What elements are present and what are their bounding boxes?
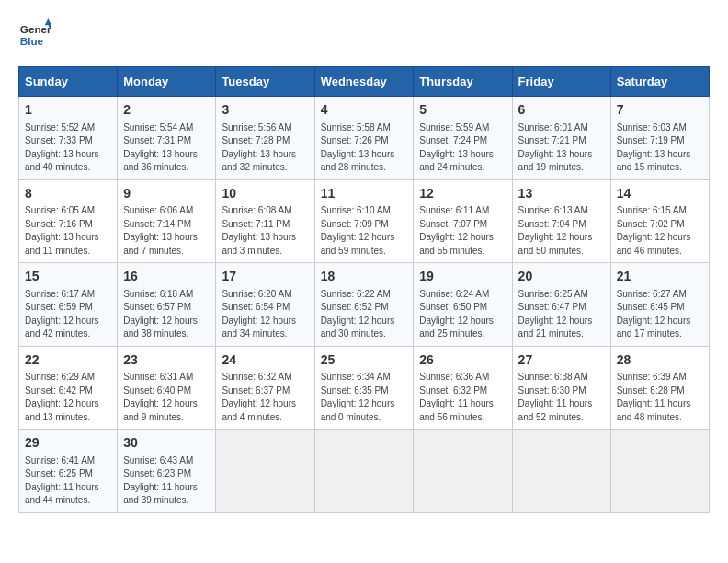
day-info: Sunrise: 6:18 AM Sunset: 6:57 PM Dayligh…	[123, 288, 210, 341]
calendar-cell: 27Sunrise: 6:38 AM Sunset: 6:30 PM Dayli…	[512, 346, 610, 430]
weekday-header-saturday: Saturday	[610, 67, 709, 97]
calendar-cell	[610, 430, 709, 513]
calendar-cell: 2Sunrise: 5:54 AM Sunset: 7:31 PM Daylig…	[118, 97, 216, 180]
calendar-week-row: 29Sunrise: 6:41 AM Sunset: 6:25 PM Dayli…	[19, 430, 710, 513]
day-number: 27	[518, 351, 605, 370]
day-info: Sunrise: 6:11 AM Sunset: 7:07 PM Dayligh…	[419, 204, 506, 258]
day-info: Sunrise: 6:05 AM Sunset: 7:16 PM Dayligh…	[25, 204, 111, 258]
day-number: 4	[321, 101, 408, 120]
day-info: Sunrise: 6:10 AM Sunset: 7:09 PM Dayligh…	[321, 204, 408, 258]
day-number: 6	[518, 101, 605, 120]
day-info: Sunrise: 6:29 AM Sunset: 6:42 PM Dayligh…	[25, 371, 111, 424]
day-number: 13	[518, 185, 605, 203]
calendar-cell: 17Sunrise: 6:20 AM Sunset: 6:54 PM Dayli…	[216, 263, 314, 347]
day-info: Sunrise: 6:08 AM Sunset: 7:11 PM Dayligh…	[222, 204, 308, 258]
weekday-header-tuesday: Tuesday	[216, 67, 314, 97]
calendar-table: SundayMondayTuesdayWednesdayThursdayFrid…	[18, 66, 710, 513]
day-number: 22	[25, 351, 111, 370]
day-info: Sunrise: 6:41 AM Sunset: 6:25 PM Dayligh…	[25, 454, 111, 508]
day-info: Sunrise: 6:38 AM Sunset: 6:30 PM Dayligh…	[518, 371, 605, 424]
calendar-cell: 10Sunrise: 6:08 AM Sunset: 7:11 PM Dayli…	[216, 179, 314, 263]
calendar-cell: 4Sunrise: 5:58 AM Sunset: 7:26 PM Daylig…	[314, 97, 414, 180]
calendar-body: 1Sunrise: 5:52 AM Sunset: 7:33 PM Daylig…	[19, 97, 710, 513]
calendar-cell: 21Sunrise: 6:27 AM Sunset: 6:45 PM Dayli…	[610, 263, 709, 347]
calendar-cell: 30Sunrise: 6:43 AM Sunset: 6:23 PM Dayli…	[118, 430, 216, 513]
calendar-cell: 9Sunrise: 6:06 AM Sunset: 7:14 PM Daylig…	[118, 179, 216, 263]
day-number: 14	[617, 185, 703, 203]
calendar-cell: 16Sunrise: 6:18 AM Sunset: 6:57 PM Dayli…	[118, 263, 216, 347]
svg-marker-2	[45, 18, 51, 25]
weekday-header-friday: Friday	[512, 67, 610, 97]
calendar-cell: 18Sunrise: 6:22 AM Sunset: 6:52 PM Dayli…	[314, 263, 414, 347]
calendar-cell	[314, 430, 414, 513]
calendar-week-row: 22Sunrise: 6:29 AM Sunset: 6:42 PM Dayli…	[19, 346, 710, 430]
day-number: 26	[419, 351, 506, 370]
day-number: 3	[222, 101, 308, 120]
day-number: 12	[419, 185, 506, 203]
calendar-cell: 24Sunrise: 6:32 AM Sunset: 6:37 PM Dayli…	[216, 346, 314, 430]
logo: General Blue	[18, 18, 51, 52]
day-number: 5	[419, 101, 506, 120]
calendar-cell: 6Sunrise: 6:01 AM Sunset: 7:21 PM Daylig…	[512, 97, 610, 180]
day-info: Sunrise: 6:03 AM Sunset: 7:19 PM Dayligh…	[617, 121, 703, 175]
day-info: Sunrise: 5:52 AM Sunset: 7:33 PM Dayligh…	[25, 121, 111, 175]
day-info: Sunrise: 6:06 AM Sunset: 7:14 PM Dayligh…	[123, 204, 210, 258]
calendar-week-row: 8Sunrise: 6:05 AM Sunset: 7:16 PM Daylig…	[19, 179, 710, 263]
day-number: 10	[222, 185, 308, 203]
calendar-week-row: 1Sunrise: 5:52 AM Sunset: 7:33 PM Daylig…	[19, 97, 710, 180]
day-number: 23	[123, 351, 210, 370]
day-number: 8	[25, 185, 111, 203]
day-info: Sunrise: 6:27 AM Sunset: 6:45 PM Dayligh…	[617, 288, 703, 341]
day-number: 24	[222, 351, 308, 370]
day-number: 1	[25, 101, 111, 120]
day-info: Sunrise: 6:31 AM Sunset: 6:40 PM Dayligh…	[123, 371, 210, 424]
calendar-cell: 5Sunrise: 5:59 AM Sunset: 7:24 PM Daylig…	[414, 97, 512, 180]
logo-icon: General Blue	[18, 18, 51, 52]
day-info: Sunrise: 6:20 AM Sunset: 6:54 PM Dayligh…	[222, 288, 308, 341]
calendar-cell: 15Sunrise: 6:17 AM Sunset: 6:59 PM Dayli…	[19, 263, 118, 347]
calendar-cell: 23Sunrise: 6:31 AM Sunset: 6:40 PM Dayli…	[118, 346, 216, 430]
day-info: Sunrise: 6:43 AM Sunset: 6:23 PM Dayligh…	[123, 454, 210, 508]
page-header: General Blue	[18, 18, 710, 52]
day-number: 18	[321, 268, 408, 286]
day-info: Sunrise: 6:25 AM Sunset: 6:47 PM Dayligh…	[518, 288, 605, 341]
calendar-cell	[414, 430, 512, 513]
calendar-cell: 12Sunrise: 6:11 AM Sunset: 7:07 PM Dayli…	[414, 179, 512, 263]
weekday-header-wednesday: Wednesday	[314, 67, 414, 97]
calendar-header: SundayMondayTuesdayWednesdayThursdayFrid…	[19, 67, 710, 97]
day-number: 9	[123, 185, 210, 203]
day-number: 11	[321, 185, 408, 203]
day-number: 15	[25, 268, 111, 286]
day-info: Sunrise: 6:32 AM Sunset: 6:37 PM Dayligh…	[222, 371, 308, 424]
day-info: Sunrise: 6:15 AM Sunset: 7:02 PM Dayligh…	[617, 204, 703, 258]
day-number: 25	[321, 351, 408, 370]
day-info: Sunrise: 6:34 AM Sunset: 6:35 PM Dayligh…	[321, 371, 408, 424]
weekday-header-row: SundayMondayTuesdayWednesdayThursdayFrid…	[19, 67, 710, 97]
day-info: Sunrise: 5:54 AM Sunset: 7:31 PM Dayligh…	[123, 121, 210, 175]
day-info: Sunrise: 5:58 AM Sunset: 7:26 PM Dayligh…	[321, 121, 408, 175]
calendar-cell	[512, 430, 610, 513]
calendar-cell: 26Sunrise: 6:36 AM Sunset: 6:32 PM Dayli…	[414, 346, 512, 430]
calendar-cell: 14Sunrise: 6:15 AM Sunset: 7:02 PM Dayli…	[610, 179, 709, 263]
calendar-cell: 20Sunrise: 6:25 AM Sunset: 6:47 PM Dayli…	[512, 263, 610, 347]
day-number: 21	[617, 268, 703, 286]
day-number: 28	[617, 351, 703, 370]
svg-text:Blue: Blue	[20, 35, 44, 47]
day-info: Sunrise: 6:01 AM Sunset: 7:21 PM Dayligh…	[518, 121, 605, 175]
calendar-cell: 3Sunrise: 5:56 AM Sunset: 7:28 PM Daylig…	[216, 97, 314, 180]
day-info: Sunrise: 6:39 AM Sunset: 6:28 PM Dayligh…	[617, 371, 703, 424]
day-number: 30	[123, 434, 210, 453]
weekday-header-sunday: Sunday	[19, 67, 118, 97]
calendar-cell: 28Sunrise: 6:39 AM Sunset: 6:28 PM Dayli…	[610, 346, 709, 430]
day-info: Sunrise: 6:24 AM Sunset: 6:50 PM Dayligh…	[419, 288, 506, 341]
weekday-header-thursday: Thursday	[414, 67, 512, 97]
calendar-cell: 8Sunrise: 6:05 AM Sunset: 7:16 PM Daylig…	[19, 179, 118, 263]
day-info: Sunrise: 6:13 AM Sunset: 7:04 PM Dayligh…	[518, 204, 605, 258]
day-info: Sunrise: 6:17 AM Sunset: 6:59 PM Dayligh…	[25, 288, 111, 341]
day-number: 19	[419, 268, 506, 286]
calendar-cell: 22Sunrise: 6:29 AM Sunset: 6:42 PM Dayli…	[19, 346, 118, 430]
day-number: 17	[222, 268, 308, 286]
calendar-cell: 11Sunrise: 6:10 AM Sunset: 7:09 PM Dayli…	[314, 179, 414, 263]
calendar-cell: 19Sunrise: 6:24 AM Sunset: 6:50 PM Dayli…	[414, 263, 512, 347]
day-info: Sunrise: 6:36 AM Sunset: 6:32 PM Dayligh…	[419, 371, 506, 424]
